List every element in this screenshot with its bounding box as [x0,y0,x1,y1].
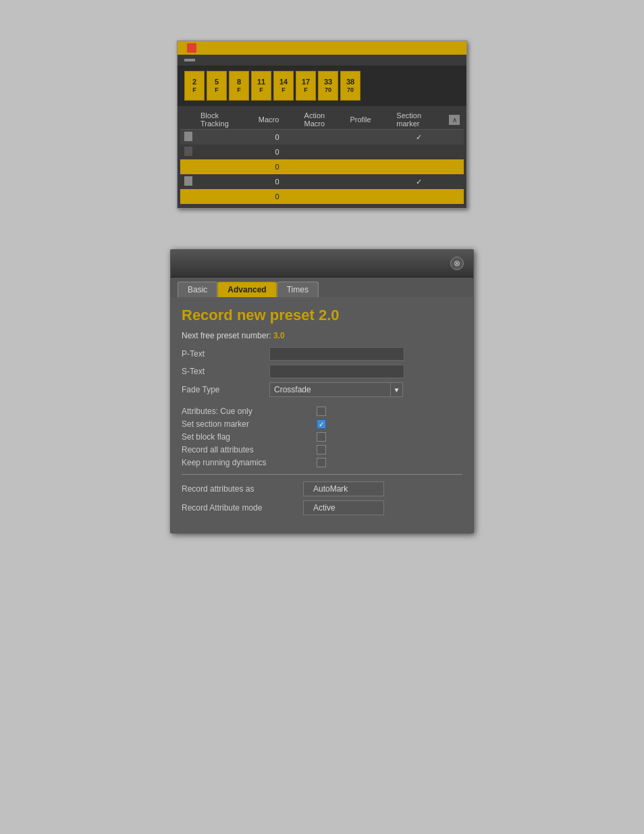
rp-ptext-row: P-Text [182,347,462,361]
rp-close-btn[interactable]: ⊗ [450,257,464,270]
channel-btn[interactable]: 2F [184,71,205,101]
seq-header [178,55,466,66]
rp-attr-as-row: Record attributes as AutoMark [182,481,462,496]
rp-ptext-input[interactable] [269,347,404,361]
rp-next-free-label: Next free preset number: [182,331,271,340]
rp-divider [182,474,462,475]
rp-fadetype-label: Fade Type [182,385,269,394]
channel-btn[interactable]: 14F [273,71,294,101]
seq-title [184,59,195,61]
rp-tab-basic[interactable]: Basic [178,282,217,297]
col-scroll: ∧ [445,110,464,130]
channel-btn[interactable]: 8F [229,71,249,101]
channel-btn[interactable]: 3870 [340,71,360,101]
rp-cb-section-marker-label: Set section marker [182,419,317,429]
rp-tab-times[interactable]: Times [277,282,319,297]
rp-attr-mode-row: Record Attribute mode Active [182,500,462,515]
rp-cb-keep-dynamics-label: Keep running dynamics [182,458,317,467]
seq-channels: 2F5F8F11F14F17F33703870 [178,66,466,106]
rp-stext-input[interactable] [269,365,404,378]
rp-header: ⊗ [171,250,473,278]
table-row[interactable]: 0 ✓ [180,130,464,145]
col-profile: Profile [346,110,392,130]
seq-tab-bar [178,41,466,55]
channel-btn[interactable]: 5F [207,71,227,101]
seq-table: BlockTracking Macro ActionMacro Profile … [180,110,464,204]
channel-btn[interactable]: 11F [251,71,271,101]
col-action-macro: ActionMacro [300,110,346,130]
table-row[interactable]: 0 [180,189,464,204]
rp-tabs: BasicAdvancedTimes [171,278,473,297]
rp-cb-block-flag-label: Set block flag [182,432,317,442]
channel-btn[interactable]: 3370 [318,71,338,101]
rp-fadetype-wrap: Crossfade Fade Snap ▼ [269,382,403,397]
rp-record-number: 2.0 [319,307,340,323]
channel-btn[interactable]: 17F [296,71,316,101]
rp-cb-block-flag-row: Set block flag [182,432,462,442]
rp-cb-section-marker[interactable] [317,419,326,429]
rp-cb-record-all[interactable] [317,445,326,454]
sequence-list-panel: 2F5F8F11F14F17F33703870 BlockTracking Ma… [177,41,467,209]
col-section-marker: Sectionmarker [392,110,445,130]
rp-fadetype-select[interactable]: Crossfade Fade Snap [269,382,391,397]
rp-attr-as-btn[interactable]: AutoMark [303,481,384,496]
rp-stext-row: S-Text [182,365,462,378]
seq-tab-close-btn[interactable] [187,43,196,53]
rp-attr-as-label: Record attributes as [182,484,303,494]
rp-record-title: Record new preset 2.0 [182,307,462,324]
col-block-tracking: BlockTracking [196,110,254,130]
rp-cb-section-marker-row: Set section marker [182,419,462,429]
table-row[interactable]: 0 [180,159,464,174]
seq-table-area: BlockTracking Macro ActionMacro Profile … [178,106,466,208]
col-macro: Macro [254,110,300,130]
rp-attr-mode-btn[interactable]: Active [303,500,384,515]
record-preset-panel: ⊗ BasicAdvancedTimes Record new preset 2… [170,249,474,533]
rp-fadetype-row: Fade Type Crossfade Fade Snap ▼ [182,382,462,397]
rp-cb-record-all-row: Record all attributes [182,445,462,454]
scroll-up-btn[interactable]: ∧ [449,115,460,125]
rp-cb-record-all-label: Record all attributes [182,445,317,454]
rp-cb-keep-dynamics[interactable] [317,458,326,467]
rp-cb-cue-only-label: Attributes: Cue only [182,407,317,416]
rp-cb-keep-dynamics-row: Keep running dynamics [182,458,462,467]
rp-fadetype-arrow[interactable]: ▼ [391,382,403,397]
rp-next-free: Next free preset number: 3.0 [182,331,462,340]
rp-attr-mode-label: Record Attribute mode [182,503,303,513]
rp-body: Record new preset 2.0 Next free preset n… [171,297,473,533]
rp-stext-label: S-Text [182,367,269,376]
rp-cb-cue-only[interactable] [317,407,326,416]
col-swatch [180,110,196,130]
rp-record-title-text: Record new preset [182,307,319,323]
table-row[interactable]: 0 [180,145,464,159]
rp-ptext-label: P-Text [182,349,269,359]
rp-cb-cue-only-row: Attributes: Cue only [182,407,462,416]
rp-cb-block-flag[interactable] [317,432,326,442]
rp-next-free-value: 3.0 [273,331,285,340]
table-row[interactable]: 0 ✓ [180,174,464,189]
rp-tab-advanced[interactable]: Advanced [217,282,276,297]
